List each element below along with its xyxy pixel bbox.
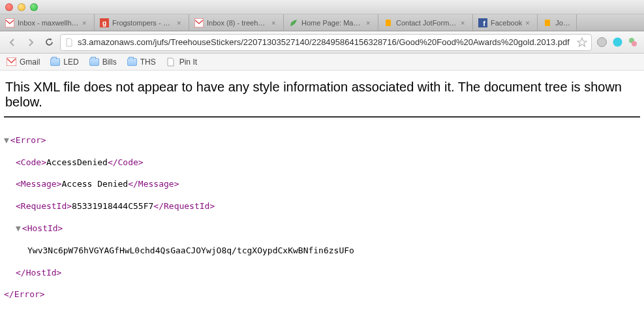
xml-value: Access Denied [61, 179, 128, 189]
facebook-icon: f [478, 18, 487, 27]
xml-tag: </HostId> [16, 268, 61, 278]
bookmark-folder[interactable]: Bills [89, 57, 117, 67]
xml-tag: </Code> [108, 157, 144, 167]
xml-tag: <RequestId> [16, 201, 72, 211]
bookmark-label: Gmail [20, 57, 40, 67]
close-window-button[interactable] [5, 3, 13, 11]
tab-title: Inbox - maxwellhu… [18, 19, 79, 27]
tab-title: Home Page: Max… [301, 19, 363, 27]
bookmark-item[interactable]: Pin It [166, 57, 197, 67]
xml-tag: <Error> [10, 135, 46, 145]
browser-tab[interactable]: g Frogstompers - G… × [95, 14, 189, 31]
xml-tree: ▼<Error> <Code>AccessDenied</Code> <Mess… [4, 124, 640, 323]
xml-tag: </Error> [4, 289, 45, 299]
svg-point-11 [632, 41, 637, 46]
browser-tab[interactable]: Contact JotForm S… × [378, 14, 473, 31]
xml-value: Ywv3Nc6pW76hVGYAGfHwL0chd4QsGaaCJOYwjO8q… [27, 246, 354, 255]
leaf-icon [289, 18, 298, 27]
extension-globe-icon[interactable] [596, 37, 607, 48]
browser-toolbar: s3.amazonaws.com/jufs/TreehouseStickers/… [0, 31, 644, 54]
tab-title: Frogstompers - G… [112, 19, 174, 27]
bookmark-star-icon[interactable] [577, 37, 587, 48]
reload-button[interactable] [42, 35, 56, 50]
gmail-icon [7, 57, 16, 66]
browser-tab[interactable]: Home Page: Max… × [284, 14, 378, 31]
bookmark-folder[interactable]: THS [127, 57, 156, 67]
folder-icon [50, 58, 60, 66]
bookmark-label: Bills [102, 57, 117, 67]
jotform-icon [384, 18, 393, 27]
xml-tag: </Message> [128, 179, 179, 189]
close-tab-icon[interactable]: × [177, 20, 183, 26]
page-icon [65, 38, 74, 47]
browser-tab[interactable]: Inbox - maxwellhu… × [0, 14, 95, 31]
folder-icon [89, 58, 99, 66]
close-tab-icon[interactable]: × [461, 20, 467, 26]
page-icon [166, 57, 176, 66]
svg-point-8 [597, 38, 606, 47]
bookmark-item[interactable]: Gmail [7, 57, 40, 67]
xml-banner-message: This XML file does not appear to have an… [4, 77, 640, 118]
close-tab-icon[interactable]: × [271, 20, 278, 26]
tab-title: Facebook [491, 19, 522, 27]
url-text: s3.amazonaws.com/jufs/TreehouseStickers/… [78, 37, 573, 47]
bookmarks-bar: Gmail LED Bills THS Pin It [0, 54, 644, 71]
close-tab-icon[interactable]: × [525, 20, 532, 26]
svg-rect-0 [5, 18, 14, 27]
tab-title: Inbox (8) - treeho… [207, 19, 268, 27]
window-titlebar [0, 0, 644, 14]
page-content: This XML file does not appear to have an… [0, 71, 644, 329]
bookmark-label: Pin It [179, 57, 197, 67]
gmail-icon [194, 18, 204, 27]
browser-tab[interactable]: JotF… [538, 14, 577, 31]
zoom-window-button[interactable] [30, 3, 38, 11]
google-plus-icon: g [100, 18, 109, 27]
tab-title: Contact JotForm S… [396, 19, 457, 27]
address-bar[interactable]: s3.amazonaws.com/jufs/TreehouseStickers/… [60, 34, 592, 51]
extension-icon[interactable] [627, 37, 639, 48]
svg-rect-7 [545, 20, 550, 26]
svg-rect-12 [7, 57, 16, 66]
bookmark-label: LED [63, 57, 78, 67]
svg-text:g: g [102, 20, 106, 27]
disclosure-triangle-icon[interactable]: ▼ [16, 223, 21, 233]
xml-tag: </RequestId> [153, 201, 215, 211]
bookmark-label: THS [140, 57, 156, 67]
svg-rect-4 [386, 20, 391, 26]
close-tab-icon[interactable]: × [366, 20, 373, 26]
svg-point-9 [613, 38, 622, 47]
minimize-window-button[interactable] [18, 3, 25, 11]
xml-tag: <Message> [16, 179, 61, 189]
browser-tab[interactable]: Inbox (8) - treeho… × [189, 14, 284, 31]
traffic-lights [5, 3, 38, 11]
xml-value: AccessDenied [46, 157, 108, 167]
xml-value: 85331918444C55F7 [72, 201, 153, 211]
jotform-icon [543, 18, 552, 27]
svg-text:f: f [483, 20, 485, 27]
svg-rect-3 [194, 18, 204, 27]
extension-icon[interactable] [611, 37, 623, 48]
tab-strip: Inbox - maxwellhu… × g Frogstompers - G…… [0, 14, 644, 31]
xml-tag: <Code> [16, 157, 46, 167]
back-button[interactable] [5, 35, 20, 50]
forward-button[interactable] [23, 35, 38, 50]
close-tab-icon[interactable]: × [82, 20, 89, 26]
tab-title: JotF… [555, 19, 571, 27]
bookmark-folder[interactable]: LED [50, 57, 78, 67]
disclosure-triangle-icon[interactable]: ▼ [4, 135, 9, 145]
xml-tag: <HostId> [22, 223, 63, 233]
gmail-icon [5, 18, 14, 27]
folder-icon [127, 58, 137, 66]
browser-tab[interactable]: f Facebook × [473, 14, 538, 31]
